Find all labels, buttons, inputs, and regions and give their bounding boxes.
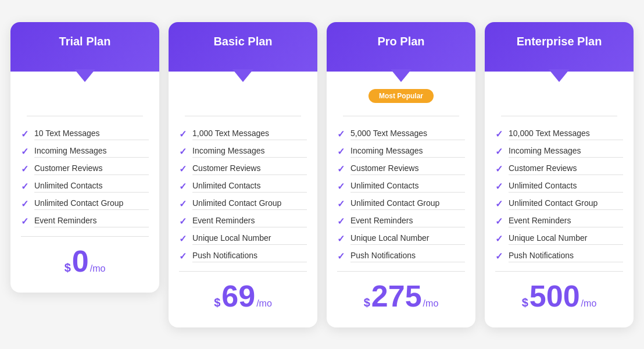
price-dollar-trial: $ bbox=[65, 261, 71, 275]
popular-wrapper-basic bbox=[179, 89, 307, 109]
feature-text: Customer Reviews bbox=[350, 163, 465, 175]
check-icon: ✓ bbox=[179, 146, 187, 157]
list-item: ✓10 Text Messages bbox=[21, 126, 149, 143]
plan-title-basic: Basic Plan bbox=[180, 35, 306, 48]
feature-text: Unique Local Number bbox=[350, 233, 465, 245]
list-item: ✓10,000 Text Messages bbox=[495, 126, 623, 143]
no-popular-spacer-basic bbox=[179, 89, 307, 109]
popular-wrapper-trial bbox=[21, 89, 149, 109]
check-icon: ✓ bbox=[495, 216, 503, 227]
feature-text: Unique Local Number bbox=[509, 233, 623, 245]
price-mo-basic: /mo bbox=[256, 298, 272, 309]
feature-text: 5,000 Text Messages bbox=[350, 129, 465, 140]
check-icon: ✓ bbox=[337, 198, 345, 209]
check-icon: ✓ bbox=[337, 163, 345, 174]
price-amount-pro: $275/mo bbox=[337, 281, 465, 311]
plan-card-pro[interactable]: Pro PlanMost Popular✓5,000 Text Messages… bbox=[327, 22, 475, 327]
feature-text: 1,000 Text Messages bbox=[192, 129, 307, 140]
price-mo-enterprise: /mo bbox=[581, 298, 597, 309]
popular-wrapper-pro: Most Popular bbox=[337, 89, 465, 109]
feature-text: Unlimited Contacts bbox=[509, 181, 623, 193]
price-amount-enterprise: $500/mo bbox=[495, 281, 623, 311]
feature-text: Unlimited Contacts bbox=[350, 181, 465, 193]
check-icon: ✓ bbox=[21, 181, 28, 192]
list-item: ✓Unlimited Contacts bbox=[495, 178, 623, 195]
list-item: ✓Unlimited Contact Group bbox=[495, 195, 623, 213]
list-item: ✓5,000 Text Messages bbox=[337, 126, 465, 143]
check-icon: ✓ bbox=[495, 251, 503, 262]
check-icon: ✓ bbox=[337, 216, 345, 227]
plan-card-basic[interactable]: Basic Plan✓1,000 Text Messages✓Incoming … bbox=[169, 22, 317, 327]
price-dollar-pro: $ bbox=[364, 296, 370, 309]
feature-text: Incoming Messages bbox=[34, 146, 149, 158]
plan-title-trial: Trial Plan bbox=[22, 35, 148, 48]
price-section-trial: $0/mo bbox=[21, 236, 149, 281]
check-icon: ✓ bbox=[495, 146, 503, 157]
list-item: ✓Customer Reviews bbox=[21, 161, 149, 178]
list-item: ✓Push Notifications bbox=[337, 248, 465, 265]
check-icon: ✓ bbox=[179, 198, 187, 209]
feature-list-basic: ✓1,000 Text Messages✓Incoming Messages✓C… bbox=[179, 126, 307, 265]
list-item: ✓Incoming Messages bbox=[337, 143, 465, 161]
feature-text: Customer Reviews bbox=[192, 163, 307, 175]
check-icon: ✓ bbox=[21, 216, 28, 227]
price-dollar-enterprise: $ bbox=[522, 296, 528, 309]
list-item: ✓Unlimited Contact Group bbox=[21, 195, 149, 213]
check-icon: ✓ bbox=[337, 233, 345, 244]
check-icon: ✓ bbox=[21, 146, 28, 157]
check-icon: ✓ bbox=[337, 181, 345, 192]
feature-text: Event Reminders bbox=[509, 216, 623, 227]
list-item: ✓Event Reminders bbox=[495, 213, 623, 230]
list-item: ✓Event Reminders bbox=[21, 213, 149, 230]
price-number-basic: 69 bbox=[221, 281, 255, 311]
list-item: ✓Customer Reviews bbox=[179, 161, 307, 178]
plan-body-enterprise: ✓10,000 Text Messages✓Incoming Messages✓… bbox=[485, 72, 634, 327]
check-icon: ✓ bbox=[495, 163, 503, 174]
feature-text: 10,000 Text Messages bbox=[509, 129, 623, 140]
check-icon: ✓ bbox=[495, 129, 503, 140]
header-arrow-enterprise bbox=[549, 69, 570, 82]
plan-header-basic: Basic Plan bbox=[169, 22, 317, 72]
price-amount-basic: $69/mo bbox=[179, 281, 307, 311]
feature-text: Incoming Messages bbox=[509, 146, 623, 158]
feature-text: Unlimited Contact Group bbox=[34, 198, 149, 210]
top-divider-enterprise bbox=[501, 116, 617, 116]
list-item: ✓Unique Local Number bbox=[495, 230, 623, 248]
feature-text: Unlimited Contact Group bbox=[350, 198, 465, 210]
feature-list-enterprise: ✓10,000 Text Messages✓Incoming Messages✓… bbox=[495, 126, 623, 265]
feature-text: Unique Local Number bbox=[192, 233, 307, 245]
list-item: ✓Customer Reviews bbox=[337, 161, 465, 178]
plan-card-enterprise[interactable]: Enterprise Plan✓10,000 Text Messages✓Inc… bbox=[485, 22, 634, 327]
feature-text: Push Notifications bbox=[192, 251, 307, 262]
feature-text: Event Reminders bbox=[192, 216, 307, 227]
price-section-pro: $275/mo bbox=[337, 271, 465, 316]
check-icon: ✓ bbox=[495, 181, 503, 192]
check-icon: ✓ bbox=[21, 163, 28, 174]
plan-header-trial: Trial Plan bbox=[10, 22, 159, 72]
plan-body-trial: ✓10 Text Messages✓Incoming Messages✓Cust… bbox=[10, 72, 159, 293]
check-icon: ✓ bbox=[179, 163, 187, 174]
feature-text: Customer Reviews bbox=[34, 163, 149, 175]
price-section-basic: $69/mo bbox=[179, 271, 307, 316]
plan-body-pro: Most Popular✓5,000 Text Messages✓Incomin… bbox=[327, 72, 475, 327]
list-item: ✓Unique Local Number bbox=[337, 230, 465, 248]
list-item: ✓Unlimited Contacts bbox=[179, 178, 307, 195]
list-item: ✓Unlimited Contact Group bbox=[179, 195, 307, 213]
check-icon: ✓ bbox=[179, 129, 187, 140]
most-popular-badge-pro: Most Popular bbox=[368, 89, 434, 103]
feature-text: Push Notifications bbox=[350, 251, 465, 262]
feature-text: Unlimited Contacts bbox=[34, 181, 149, 193]
list-item: ✓Event Reminders bbox=[337, 213, 465, 230]
header-arrow-pro bbox=[391, 69, 412, 82]
check-icon: ✓ bbox=[337, 146, 345, 157]
list-item: ✓Event Reminders bbox=[179, 213, 307, 230]
plan-card-trial[interactable]: Trial Plan✓10 Text Messages✓Incoming Mes… bbox=[10, 22, 159, 293]
list-item: ✓Incoming Messages bbox=[179, 143, 307, 161]
check-icon: ✓ bbox=[179, 233, 187, 244]
list-item: ✓Push Notifications bbox=[495, 248, 623, 265]
price-mo-pro: /mo bbox=[423, 298, 439, 309]
feature-text: Incoming Messages bbox=[350, 146, 465, 158]
list-item: ✓Unlimited Contacts bbox=[337, 178, 465, 195]
price-number-enterprise: 500 bbox=[529, 281, 580, 311]
price-dollar-basic: $ bbox=[214, 296, 220, 309]
